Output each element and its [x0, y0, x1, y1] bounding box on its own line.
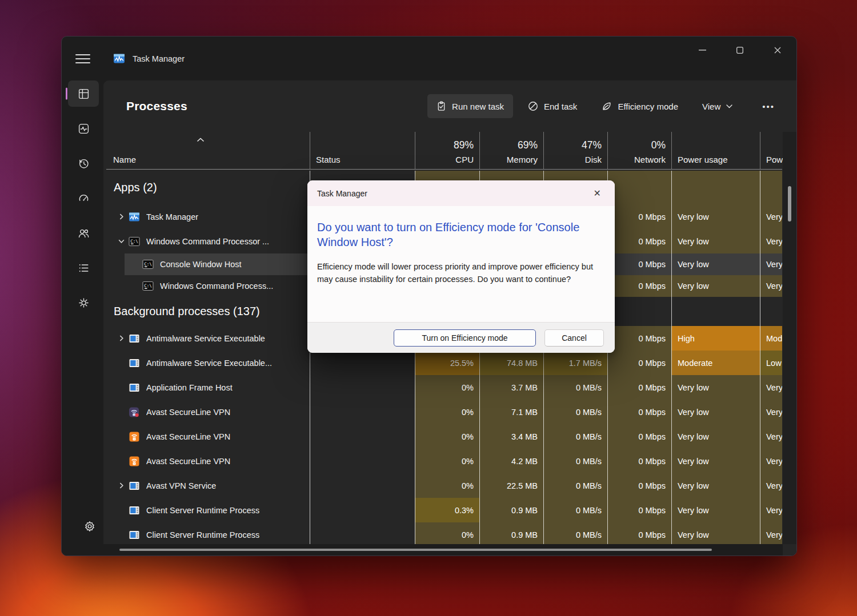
efficiency-mode-button[interactable]: Efficiency mode: [592, 94, 687, 118]
chevron-right-icon[interactable]: [114, 213, 129, 220]
cell-memory: 3.4 MB: [479, 424, 543, 449]
process-name: Application Frame Host: [146, 383, 233, 392]
close-button[interactable]: [759, 37, 796, 64]
column-header-power-usage[interactable]: Power usage: [671, 132, 760, 169]
process-row[interactable]: Client Server Runtime Process0.3%0.9 MB0…: [106, 498, 782, 522]
cell-power: Very low: [760, 449, 782, 473]
process-row[interactable]: Avast SecureLine VPN0%3.4 MB0 MB/s0 Mbps…: [106, 424, 782, 449]
sidebar-item-services[interactable]: [68, 289, 99, 316]
cell-network: 0 Mbps: [607, 400, 671, 424]
process-row[interactable]: Antimalware Service Executable...25.5%74…: [106, 351, 782, 375]
more-options-button[interactable]: •••: [755, 96, 782, 117]
column-header-network[interactable]: 0% Network: [607, 132, 671, 169]
cell-status: [310, 375, 415, 400]
run-new-task-button[interactable]: Run new task: [427, 94, 513, 118]
cell-network: 0 Mbps: [607, 449, 671, 473]
process-name-cell: Avast VPN Service: [106, 473, 310, 498]
cell-network: 0 Mbps: [607, 204, 671, 229]
column-header-disk[interactable]: 47% Disk: [543, 132, 607, 169]
process-name-cell: Avast SecureLine VPN: [106, 424, 310, 449]
column-header-name[interactable]: Name: [106, 132, 310, 169]
winapp-icon: [129, 332, 141, 344]
window-title: Task Manager: [133, 54, 185, 63]
process-name-cell: Task Manager: [106, 204, 310, 229]
column-header-memory[interactable]: 69% Memory: [479, 132, 543, 169]
maximize-button[interactable]: [721, 37, 759, 64]
cancel-button[interactable]: Cancel: [544, 329, 604, 347]
process-row[interactable]: Client Server Runtime Process0%0.9 MB0 M…: [106, 522, 782, 544]
cell-status: [310, 522, 415, 544]
chevron-right-icon[interactable]: [114, 335, 129, 342]
cell-memory: 4.2 MB: [479, 449, 543, 473]
dialog-message: Efficiency mode will lower process prior…: [317, 260, 593, 286]
cell-power_usage: Very low: [671, 473, 760, 498]
memory-total: 69%: [518, 139, 538, 151]
process-name: Windows Command Process...: [160, 281, 273, 291]
column-header-cpu[interactable]: 89% CPU: [415, 132, 479, 169]
cell-power_usage: [671, 171, 760, 204]
sidebar-item-startup-apps[interactable]: [68, 185, 99, 211]
cell-disk: 0 MB/s: [543, 400, 607, 424]
chevron-down-icon: [726, 104, 732, 108]
sidebar-item-details[interactable]: [68, 255, 99, 281]
vertical-scrollbar: [783, 132, 796, 544]
cell-network: 0 Mbps: [607, 473, 671, 498]
sidebar-item-performance[interactable]: [68, 115, 99, 142]
horizontal-scrollbar: [103, 544, 783, 555]
process-name-cell: C:\Windows Command Process...: [106, 275, 310, 297]
vertical-scrollbar-thumb[interactable]: [788, 186, 791, 222]
process-name-cell: C:\Windows Command Processor ...: [106, 229, 310, 253]
cell-power: Very low: [760, 498, 782, 522]
avast-orange-icon: [129, 430, 141, 442]
cell-power: Very low: [760, 473, 782, 498]
sidebar-item-users[interactable]: [68, 220, 99, 246]
cell-memory: 7.1 MB: [479, 400, 543, 424]
cell-power: Very low: [760, 204, 782, 229]
cell-power_usage: High: [671, 326, 760, 351]
process-row[interactable]: Avast SecureLine VPN0%4.2 MB0 MB/s0 Mbps…: [106, 449, 782, 473]
view-dropdown[interactable]: View: [693, 95, 742, 118]
window-controls: [683, 37, 796, 64]
cell-power: [760, 171, 782, 204]
cell-network: [607, 171, 671, 204]
cell-power: Very low: [760, 522, 782, 544]
cell-disk: 0 MB/s: [543, 498, 607, 522]
cell-network: 0 Mbps: [607, 229, 671, 253]
process-row[interactable]: Avast SecureLine VPN0%7.1 MB0 MB/s0 Mbps…: [106, 400, 782, 424]
cell-network: 0 Mbps: [607, 522, 671, 544]
cell-cpu: 0%: [415, 424, 479, 449]
dialog-heading: Do you want to turn on Efficiency mode f…: [317, 220, 593, 250]
svg-text:C:\: C:\: [144, 283, 152, 288]
sidebar-item-app-history[interactable]: [68, 150, 99, 176]
cell-network: 0 Mbps: [607, 253, 671, 275]
process-row[interactable]: Application Frame Host0%3.7 MB0 MB/s0 Mb…: [106, 375, 782, 400]
toolbar-actions: Run new task End task Efficiency mode Vi…: [427, 94, 782, 118]
minimize-button[interactable]: [683, 37, 721, 64]
process-name: Client Server Runtime Process: [146, 530, 259, 539]
details-icon: [78, 262, 90, 274]
cell-cpu: 0.3%: [415, 498, 479, 522]
process-name: Avast VPN Service: [146, 481, 216, 490]
sort-ascending-icon: [197, 134, 205, 144]
chevron-right-icon[interactable]: [114, 482, 129, 489]
process-row[interactable]: Avast VPN Service0%22.5 MB0 MB/s0 MbpsVe…: [106, 473, 782, 498]
horizontal-scrollbar-thumb[interactable]: [119, 549, 712, 551]
cell-memory: 3.7 MB: [479, 375, 543, 400]
cell-cpu: 0%: [415, 400, 479, 424]
cell-power: Very low: [760, 424, 782, 449]
sidebar-item-processes[interactable]: [68, 80, 99, 107]
sidebar-item-settings[interactable]: [74, 513, 105, 539]
cell-power_usage: Very low: [671, 275, 760, 297]
cell-power: Very low: [760, 253, 782, 275]
table-header: Name Status 89% CPU 69% Memory 47% Disk: [106, 132, 782, 170]
turn-on-efficiency-mode-button[interactable]: Turn on Efficiency mode: [394, 329, 536, 347]
cell-power: [760, 297, 782, 326]
menu-button[interactable]: [75, 51, 90, 66]
cell-cpu: 0%: [415, 375, 479, 400]
cell-power_usage: Moderate: [671, 351, 760, 375]
column-header-power-trend[interactable]: Power: [760, 132, 782, 169]
dialog-close-icon[interactable]: ✕: [589, 186, 606, 201]
chevron-down-icon[interactable]: [114, 237, 129, 245]
column-header-status[interactable]: Status: [310, 132, 415, 169]
end-task-button[interactable]: End task: [519, 94, 586, 118]
